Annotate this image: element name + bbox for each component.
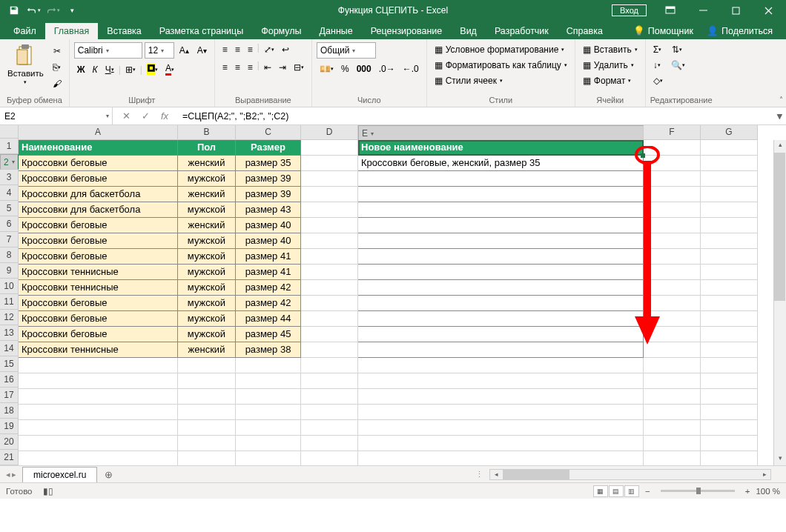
cell[interactable] bbox=[701, 280, 758, 296]
cell[interactable] bbox=[701, 265, 758, 280]
cell[interactable] bbox=[19, 451, 178, 465]
cell[interactable] bbox=[644, 436, 701, 451]
cell[interactable]: мужской bbox=[178, 327, 236, 342]
cell[interactable]: Кроссовки беговые bbox=[19, 171, 178, 187]
cell[interactable] bbox=[701, 327, 758, 342]
bold-button[interactable]: Ж bbox=[74, 62, 88, 77]
cell[interactable] bbox=[701, 420, 758, 436]
cell[interactable]: размер 35 bbox=[236, 156, 301, 171]
cell[interactable]: Кроссовки беговые bbox=[19, 249, 178, 265]
cell[interactable] bbox=[301, 140, 358, 156]
row-header[interactable]: 3 bbox=[0, 170, 19, 185]
select-all-corner[interactable] bbox=[0, 125, 19, 139]
cell[interactable] bbox=[301, 233, 358, 249]
decrease-indent-icon[interactable]: ⇤ bbox=[261, 60, 274, 75]
cell[interactable] bbox=[301, 327, 358, 342]
cell[interactable] bbox=[701, 233, 758, 249]
tab-insert[interactable]: Вставка bbox=[98, 23, 150, 39]
cell[interactable] bbox=[644, 373, 701, 389]
italic-button[interactable]: К bbox=[90, 62, 101, 77]
row-header[interactable]: 14 bbox=[0, 341, 19, 356]
col-header-A[interactable]: A bbox=[19, 125, 178, 140]
comma-icon[interactable]: 000 bbox=[354, 61, 374, 76]
cell-header[interactable]: Размер bbox=[236, 140, 301, 156]
row-header[interactable]: 5 bbox=[0, 201, 19, 216]
cell[interactable] bbox=[178, 436, 236, 451]
page-break-view-icon[interactable]: ▥ bbox=[624, 485, 639, 497]
find-select-icon[interactable]: 🔍▾ bbox=[668, 58, 688, 73]
cell-styles-button[interactable]: ▦Стили ячеек▾ bbox=[432, 73, 506, 88]
vertical-scrollbar[interactable]: ▴ ▾ bbox=[773, 140, 786, 465]
cell[interactable] bbox=[19, 436, 178, 451]
cell[interactable] bbox=[701, 405, 758, 420]
close-icon[interactable] bbox=[753, 0, 783, 21]
col-header-B[interactable]: B bbox=[178, 125, 236, 140]
cell[interactable]: размер 42 bbox=[236, 296, 301, 311]
cell[interactable] bbox=[701, 249, 758, 265]
cell[interactable] bbox=[301, 389, 358, 405]
ribbon-options-icon[interactable] bbox=[655, 0, 685, 21]
cell[interactable] bbox=[358, 327, 644, 342]
increase-decimal-icon[interactable]: .0→ bbox=[376, 61, 398, 76]
align-middle-icon[interactable]: ≡ bbox=[232, 42, 243, 57]
cell[interactable]: размер 40 bbox=[236, 218, 301, 233]
number-format-select[interactable]: Общий bbox=[317, 42, 376, 59]
zoom-level[interactable]: 100 % bbox=[756, 487, 780, 496]
cell[interactable] bbox=[178, 405, 236, 420]
accounting-icon[interactable]: 💴▾ bbox=[317, 61, 337, 76]
row-header[interactable]: 21 bbox=[0, 450, 19, 465]
cell[interactable]: размер 44 bbox=[236, 311, 301, 327]
row-header[interactable]: 9 bbox=[0, 263, 19, 279]
cell[interactable]: Кроссовки теннисные bbox=[19, 265, 178, 280]
cell[interactable]: женский bbox=[178, 187, 236, 202]
cell[interactable] bbox=[358, 451, 644, 465]
collapse-ribbon-icon[interactable]: ˄ bbox=[779, 96, 783, 104]
scroll-thumb[interactable] bbox=[774, 153, 785, 301]
cell[interactable] bbox=[358, 420, 644, 436]
sheet-tab[interactable]: microexcel.ru bbox=[22, 467, 97, 482]
cell[interactable] bbox=[701, 171, 758, 187]
cell[interactable] bbox=[301, 451, 358, 465]
cell[interactable] bbox=[236, 451, 301, 465]
cell[interactable]: размер 38 bbox=[236, 342, 301, 358]
cell[interactable] bbox=[701, 202, 758, 218]
tab-data[interactable]: Данные bbox=[311, 23, 362, 39]
row-header[interactable]: 11 bbox=[0, 294, 19, 310]
cell[interactable] bbox=[358, 202, 644, 218]
row-header[interactable]: 1 bbox=[0, 139, 19, 154]
borders-icon[interactable]: ⊞▾ bbox=[122, 62, 139, 77]
cell[interactable] bbox=[301, 296, 358, 311]
cell[interactable] bbox=[301, 436, 358, 451]
col-header-C[interactable]: C bbox=[236, 125, 301, 140]
conditional-formatting-button[interactable]: ▦Условное форматирование▾ bbox=[432, 42, 568, 57]
cell[interactable] bbox=[236, 358, 301, 373]
fill-icon[interactable]: ↓▾ bbox=[650, 58, 664, 73]
insert-function-icon[interactable]: fx bbox=[156, 110, 174, 122]
cell[interactable] bbox=[644, 140, 701, 156]
cell[interactable]: женский bbox=[178, 156, 236, 171]
decrease-font-icon[interactable]: A▾ bbox=[194, 42, 210, 59]
tab-formulas[interactable]: Формулы bbox=[252, 23, 310, 39]
cell[interactable] bbox=[301, 280, 358, 296]
cell[interactable]: размер 45 bbox=[236, 327, 301, 342]
cell[interactable]: Кроссовки беговые, женский, размер 35 bbox=[358, 156, 644, 171]
cell[interactable] bbox=[644, 280, 701, 296]
cell[interactable] bbox=[178, 420, 236, 436]
cell[interactable] bbox=[236, 436, 301, 451]
cell[interactable] bbox=[358, 358, 644, 373]
cell[interactable] bbox=[358, 233, 644, 249]
cell[interactable] bbox=[644, 218, 701, 233]
cell[interactable] bbox=[301, 265, 358, 280]
redo-icon[interactable]: ▾ bbox=[44, 2, 61, 19]
cell[interactable]: размер 39 bbox=[236, 171, 301, 187]
horizontal-scrollbar[interactable]: ◂ ▸ bbox=[489, 469, 771, 480]
underline-button[interactable]: Ч▾ bbox=[102, 62, 117, 77]
cell[interactable]: мужской bbox=[178, 265, 236, 280]
increase-indent-icon[interactable]: ⇥ bbox=[276, 60, 289, 75]
cell[interactable] bbox=[236, 373, 301, 389]
cell[interactable] bbox=[301, 171, 358, 187]
tab-view[interactable]: Вид bbox=[451, 23, 486, 39]
cell[interactable] bbox=[301, 420, 358, 436]
cell[interactable] bbox=[19, 420, 178, 436]
cell[interactable] bbox=[178, 451, 236, 465]
